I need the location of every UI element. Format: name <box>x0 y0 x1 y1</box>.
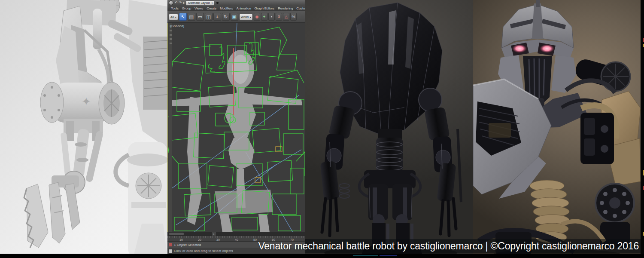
svg-text:✦: ✦ <box>82 95 91 108</box>
menu-customize[interactable]: Customize <box>295 6 305 10</box>
ruler-label: 10 <box>179 238 183 241</box>
percent-snap-icon[interactable]: % <box>290 13 297 21</box>
bottom-artifact-dash <box>380 255 397 256</box>
reference-coordinate-dropdown[interactable]: World ▾ <box>239 14 253 20</box>
viewport-shading-label[interactable]: [Shaded] <box>170 24 184 28</box>
clay-render-panel: ✦ <box>0 0 167 258</box>
selection-filter-value: All <box>170 15 174 18</box>
angle-snap-icon[interactable]: △ <box>283 13 289 21</box>
right-eye-glow <box>540 44 554 53</box>
select-rotate-icon[interactable]: ↻ <box>222 13 230 21</box>
chevron-down-icon: ▾ <box>175 15 176 18</box>
redo-icon[interactable]: ↷ <box>179 1 182 5</box>
menu-animation[interactable]: Animation <box>235 6 253 10</box>
3dsmax-screenshot-panel: ↶ ↷ ▸ Alternate Layout ▾ Tools Group Vie… <box>167 0 305 258</box>
keyboard-shortcut-toggle-icon[interactable]: ▪ <box>268 13 275 21</box>
scrollbar-handle[interactable] <box>169 233 184 235</box>
workspace-dropdown[interactable]: Alternate Layout ▾ <box>186 0 214 6</box>
selection-filter-dropdown[interactable]: All ▾ <box>169 14 178 20</box>
app-button-icon[interactable] <box>169 0 173 5</box>
status-text: 1 Object Selected <box>174 243 201 247</box>
right-arm-assembly <box>562 57 641 248</box>
prompt-icon <box>169 249 172 253</box>
max-menubar: Tools Group Views Create Modifiers Anima… <box>167 6 305 11</box>
ruler-label: 20 <box>198 238 201 241</box>
black-robot-image <box>305 0 473 258</box>
caption-text: Venator mechanical battle robot by casti… <box>232 239 639 253</box>
snap-toggle-icon[interactable]: 3 <box>276 13 282 21</box>
titlebar-dot <box>216 2 219 4</box>
ruler-label: 30 <box>216 238 220 241</box>
select-move-icon[interactable]: + <box>213 13 221 21</box>
clay-robot-arm-image: ✦ <box>0 0 167 258</box>
claw-fingers <box>24 182 80 248</box>
undo-icon[interactable]: ↶ <box>175 1 178 5</box>
scrollbar-arrow-icon[interactable]: ▸ <box>212 232 216 236</box>
robot-bust-image <box>473 0 641 258</box>
right-border-strip <box>641 0 644 258</box>
menu-group[interactable]: Group <box>180 6 193 10</box>
prompt-text: Click or click and drag to select object… <box>174 249 233 253</box>
coordinate-system-value: World <box>241 15 249 18</box>
menu-graph-editors[interactable]: Graph Editors <box>252 6 276 10</box>
open-icon[interactable]: ▸ <box>183 1 185 5</box>
viewport-left-gutter <box>169 23 172 232</box>
bottom-border-strip <box>0 254 644 258</box>
menu-modifiers[interactable]: Modifiers <box>218 6 235 10</box>
select-by-name-icon[interactable]: ▤ <box>188 13 195 21</box>
menu-views[interactable]: Views <box>193 6 205 10</box>
menu-rendering[interactable]: Rendering <box>276 6 295 10</box>
use-pivot-point-icon[interactable]: ◉ <box>254 13 260 21</box>
rectangular-selection-icon[interactable]: ▭ <box>196 13 204 21</box>
chevron-down-icon: ▾ <box>250 15 251 18</box>
portfolio-collage: ✦ <box>0 0 644 258</box>
select-manipulate-icon[interactable]: + <box>261 13 267 21</box>
max-viewport[interactable]: [Shaded] <box>167 23 305 232</box>
viewport-wireframe-scene <box>168 23 305 232</box>
workspace-label: Alternate Layout <box>188 1 210 4</box>
max-titlebar: ↶ ↷ ▸ Alternate Layout ▾ <box>167 0 305 6</box>
bottom-artifact-dash <box>353 255 378 256</box>
menu-tools[interactable]: Tools <box>169 6 180 10</box>
selection-lock-icon[interactable] <box>169 243 172 246</box>
left-eye-glow <box>512 44 527 53</box>
select-object-icon[interactable]: ↖ <box>179 13 187 21</box>
right-arm <box>424 107 461 236</box>
menu-create[interactable]: Create <box>205 6 218 10</box>
select-scale-icon[interactable]: ▣ <box>231 13 238 21</box>
chevron-down-icon: ▾ <box>211 1 213 4</box>
left-arm <box>320 105 355 236</box>
window-crossing-icon[interactable]: ◫ <box>205 13 213 21</box>
black-robot-render-panel <box>305 0 473 258</box>
timeline-scrollbar[interactable]: ▸ <box>167 232 305 236</box>
max-toolbar: All ▾ ↖ ▤ ▭ ◫ + ↻ ▣ World ▾ ◉ + ▪ 3 △ % <box>167 11 305 23</box>
robot-bust-render-panel <box>473 0 641 258</box>
